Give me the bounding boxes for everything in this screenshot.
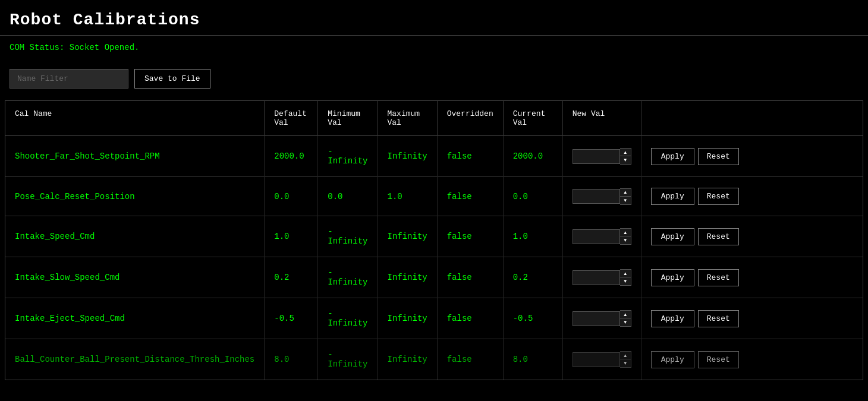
header-cal-name: Cal Name [5, 101, 265, 136]
cell-max-val: Infinity [378, 216, 437, 257]
spinner-buttons: ▲ ▼ [620, 188, 631, 205]
cell-min-val: -Infinity [318, 298, 378, 339]
spinner-up-button[interactable]: ▲ [620, 311, 631, 318]
spinner-down-button[interactable]: ▼ [620, 156, 631, 164]
new-val-input[interactable] [573, 149, 620, 164]
spinner-up-button[interactable]: ▲ [620, 229, 631, 236]
cell-overridden: false [437, 257, 503, 298]
spinner-up-button[interactable]: ▲ [620, 189, 631, 197]
spinner-up-button[interactable]: ▲ [620, 352, 631, 359]
reset-button[interactable]: Reset [698, 269, 739, 286]
page-title: Robot Calibrations [10, 11, 858, 29]
cell-actions: Apply Reset [641, 298, 863, 339]
apply-button[interactable]: Apply [651, 228, 694, 245]
save-to-file-button[interactable]: Save to File [134, 69, 210, 89]
page-header: Robot Calibrations [0, 0, 868, 36]
spinner-up-button[interactable]: ▲ [620, 149, 631, 156]
cell-overridden: false [437, 216, 503, 257]
cell-min-val: -Infinity [318, 136, 378, 177]
reset-button[interactable]: Reset [698, 148, 739, 165]
cell-new-val: ▲ ▼ [562, 136, 641, 177]
spinner-down-button[interactable]: ▼ [620, 318, 631, 326]
table-row: Shooter_Far_Shot_Setpoint_RPM 2000.0 -In… [5, 136, 863, 177]
cell-new-val: ▲ ▼ [562, 216, 641, 257]
cell-current-val: 2000.0 [503, 136, 562, 177]
spinner-down-button[interactable]: ▼ [620, 277, 631, 285]
cell-min-val: -Infinity [318, 339, 378, 380]
cell-actions: Apply Reset [641, 257, 863, 298]
table-row: Intake_Speed_Cmd 1.0 -Infinity Infinity … [5, 216, 863, 257]
cell-default-val: 0.2 [265, 257, 318, 298]
cell-default-val: 2000.0 [265, 136, 318, 177]
spinner-buttons: ▲ ▼ [620, 269, 631, 286]
header-default-val: DefaultVal [265, 101, 318, 136]
cell-current-val: 8.0 [503, 339, 562, 380]
cell-current-val: 0.2 [503, 257, 562, 298]
cell-actions: Apply Reset [641, 177, 863, 216]
cell-actions: Apply Reset [641, 216, 863, 257]
com-status: COM Status: Socket Opened. [0, 36, 868, 59]
new-val-input[interactable] [573, 270, 620, 285]
new-val-input[interactable] [573, 352, 620, 367]
cell-new-val: ▲ ▼ [562, 257, 641, 298]
spinner-up-button[interactable]: ▲ [620, 270, 631, 277]
cell-new-val: ▲ ▼ [562, 339, 641, 380]
new-val-input[interactable] [573, 311, 620, 326]
cell-default-val: 8.0 [265, 339, 318, 380]
cell-default-val: 1.0 [265, 216, 318, 257]
apply-button[interactable]: Apply [651, 269, 694, 286]
cell-cal-name: Shooter_Far_Shot_Setpoint_RPM [5, 136, 265, 177]
reset-button[interactable]: Reset [698, 228, 739, 245]
cell-overridden: false [437, 136, 503, 177]
spinner-down-button[interactable]: ▼ [620, 197, 631, 204]
cell-cal-name: Intake_Speed_Cmd [5, 216, 265, 257]
apply-button[interactable]: Apply [651, 351, 694, 368]
table-row: Intake_Eject_Speed_Cmd -0.5 -Infinity In… [5, 298, 863, 339]
header-new-val: New Val [562, 101, 641, 136]
cell-new-val: ▲ ▼ [562, 298, 641, 339]
spinner-buttons: ▲ ▼ [620, 310, 631, 327]
apply-button[interactable]: Apply [651, 188, 694, 205]
spinner-down-button[interactable]: ▼ [620, 359, 631, 367]
name-filter-input[interactable] [10, 69, 128, 89]
header-minimum-val: MinimumVal [318, 101, 378, 136]
cell-overridden: false [437, 298, 503, 339]
cell-cal-name: Pose_Calc_Reset_Position [5, 177, 265, 216]
spinner-buttons: ▲ ▼ [620, 351, 631, 368]
cell-cal-name: Intake_Slow_Speed_Cmd [5, 257, 265, 298]
spinner-down-button[interactable]: ▼ [620, 236, 631, 244]
cell-overridden: false [437, 177, 503, 216]
cell-min-val: 0.0 [318, 177, 378, 216]
spinner-buttons: ▲ ▼ [620, 228, 631, 245]
header-actions [641, 101, 863, 136]
reset-button[interactable]: Reset [698, 351, 739, 368]
new-val-input[interactable] [573, 189, 620, 204]
cell-overridden: false [437, 339, 503, 380]
cell-cal-name: Ball_Counter_Ball_Present_Distance_Thres… [5, 339, 265, 380]
cell-max-val: 1.0 [378, 177, 437, 216]
table-row: Intake_Slow_Speed_Cmd 0.2 -Infinity Infi… [5, 257, 863, 298]
cell-actions: Apply Reset [641, 339, 863, 380]
apply-button[interactable]: Apply [651, 310, 694, 327]
cell-max-val: Infinity [378, 136, 437, 177]
reset-button[interactable]: Reset [698, 188, 739, 205]
cell-current-val: -0.5 [503, 298, 562, 339]
cell-max-val: Infinity [378, 257, 437, 298]
header-current-val: CurrentVal [503, 101, 562, 136]
header-maximum-val: MaximumVal [378, 101, 437, 136]
cell-current-val: 1.0 [503, 216, 562, 257]
header-overridden: Overridden [437, 101, 503, 136]
cell-default-val: -0.5 [265, 298, 318, 339]
reset-button[interactable]: Reset [698, 310, 739, 327]
table-row: Pose_Calc_Reset_Position 0.0 0.0 1.0 fal… [5, 177, 863, 216]
apply-button[interactable]: Apply [651, 148, 694, 165]
cell-min-val: -Infinity [318, 216, 378, 257]
calibrations-table-container: Cal Name DefaultVal MinimumVal MaximumVa… [5, 100, 863, 380]
cell-max-val: Infinity [378, 298, 437, 339]
spinner-buttons: ▲ ▼ [620, 148, 631, 165]
new-val-input[interactable] [573, 229, 620, 244]
cell-default-val: 0.0 [265, 177, 318, 216]
cell-new-val: ▲ ▼ [562, 177, 641, 216]
calibrations-table: Cal Name DefaultVal MinimumVal MaximumVa… [5, 101, 863, 380]
cell-current-val: 0.0 [503, 177, 562, 216]
